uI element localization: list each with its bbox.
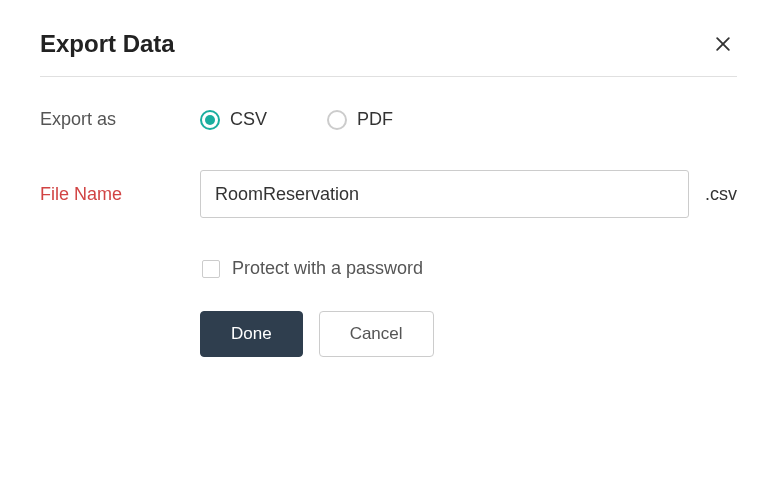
radio-selected-icon: [200, 110, 220, 130]
close-button[interactable]: [709, 30, 737, 58]
cancel-button[interactable]: Cancel: [319, 311, 434, 357]
file-extension: .csv: [705, 184, 737, 205]
dialog-title: Export Data: [40, 30, 175, 58]
filename-label: File Name: [40, 184, 200, 205]
done-button[interactable]: Done: [200, 311, 303, 357]
radio-unselected-icon: [327, 110, 347, 130]
export-format-radio-group: CSV PDF: [200, 109, 393, 130]
password-protect-checkbox[interactable]: Protect with a password: [202, 258, 737, 279]
radio-csv[interactable]: CSV: [200, 109, 267, 130]
radio-csv-label: CSV: [230, 109, 267, 130]
export-as-label: Export as: [40, 109, 200, 130]
close-icon: [713, 34, 733, 54]
checkbox-unchecked-icon: [202, 260, 220, 278]
radio-pdf-label: PDF: [357, 109, 393, 130]
radio-pdf[interactable]: PDF: [327, 109, 393, 130]
password-protect-label: Protect with a password: [232, 258, 423, 279]
filename-input[interactable]: [200, 170, 689, 218]
